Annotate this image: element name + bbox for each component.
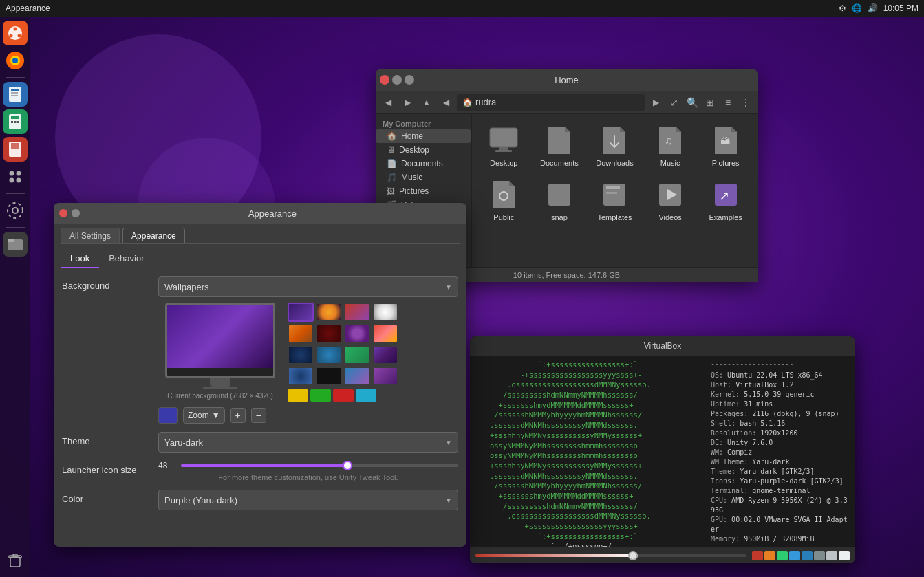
sidebar-item-files[interactable] [3, 232, 28, 257]
fm-sidebar-desktop[interactable]: 🖥 Desktop [376, 143, 471, 157]
bg-thumb-8[interactable] [288, 345, 314, 364]
fm-window-controls [380, 75, 414, 85]
fm-item-documents[interactable]: Documents [533, 120, 586, 171]
term-slider-thumb[interactable] [628, 551, 638, 560]
term-gpu: GPU: 00:02.0 VMware SVGA II Adapter [711, 515, 848, 534]
bg-thumb-6[interactable] [344, 324, 370, 343]
fm-item-examples[interactable]: ↗ Examples [699, 174, 752, 226]
bg-swatch-green[interactable] [310, 389, 331, 402]
bg-thumb-12[interactable] [288, 367, 314, 386]
bg-thumb-5[interactable] [316, 324, 342, 343]
fm-pictures-sidebar-icon: 🖼 [387, 186, 395, 196]
fm-snap-icon [543, 178, 576, 211]
sidebar-item-settings[interactable] [3, 198, 28, 223]
fm-sidebar-music[interactable]: 🎵 Music [376, 171, 471, 184]
sidebar-item-calc[interactable] [3, 109, 28, 134]
ad-subtab-behavior[interactable]: Behavior [99, 250, 153, 268]
tc-green [777, 551, 788, 560]
fm-sidebar-section-header[interactable]: My Computer [376, 118, 471, 129]
bg-thumb-10[interactable] [344, 345, 370, 364]
term-line-11: +ssshhhyNMMNyssssssssssyNMMyssssss+ [477, 461, 704, 471]
fm-sidebar-pictures[interactable]: 🖼 Pictures [376, 184, 471, 198]
bg-zoom-plus[interactable]: + [230, 408, 246, 423]
fm-expand-button[interactable]: ⤢ [667, 95, 682, 110]
ad-content: Background Wallpapers ▼ Current [54, 268, 466, 547]
fm-toolbar: ◀ ▶ ▲ ◀ 🏠 rudra ▶ ⤢ 🔍 ⊞ ≡ ⋮ [376, 91, 758, 114]
svg-rect-10 [11, 95, 18, 96]
fm-sidebar-documents[interactable]: 📄 Documents [376, 157, 471, 171]
bg-thumb-7[interactable] [372, 324, 398, 343]
bg-thumb-3[interactable] [372, 303, 398, 322]
bg-thumb-13[interactable] [316, 367, 342, 386]
fm-item-desktop[interactable]: Desktop [477, 120, 530, 171]
tc-white [839, 551, 850, 560]
ad-minimize-button[interactable] [72, 209, 80, 217]
fm-item-music[interactable]: ♫ Music [644, 120, 697, 171]
bg-swatch-cyan[interactable] [356, 389, 376, 402]
fm-sidebar-home[interactable]: 🏠 Home [376, 129, 471, 143]
fm-item-snap[interactable]: snap [533, 174, 586, 226]
sidebar-item-writer[interactable] [3, 82, 28, 107]
ad-theme-dropdown[interactable]: Yaru-dark ▼ [158, 432, 458, 453]
bg-thumb-1[interactable] [316, 303, 342, 322]
bg-thumb-0[interactable] [288, 303, 314, 322]
term-line-5: +ssssssshmydMMMMMMddMMMMssssss+ [477, 400, 704, 411]
fm-prev-button[interactable]: ◀ [438, 94, 454, 111]
fm-back-button[interactable]: ◀ [380, 94, 396, 111]
bg-monitor-stand [210, 378, 230, 387]
fm-item-pictures[interactable]: 🏔 Pictures [699, 120, 752, 171]
fm-desktop-label: Desktop [490, 159, 517, 167]
fm-maximize-button[interactable] [405, 75, 414, 85]
fm-close-button[interactable] [380, 75, 389, 85]
bg-thumb-11[interactable] [372, 345, 398, 364]
bg-thumb-15[interactable] [372, 367, 398, 386]
bg-thumb-2[interactable] [344, 303, 370, 322]
sidebar-item-ubuntu[interactable] [3, 21, 28, 45]
bg-color-picker[interactable] [158, 407, 178, 424]
bg-thumb-4[interactable] [288, 324, 314, 343]
bg-zoom-dropdown[interactable]: Zoom ▼ [183, 407, 225, 424]
sidebar-item-apps[interactable] [3, 164, 28, 189]
bg-zoom-minus[interactable]: − [251, 408, 266, 423]
sidebar-item-trash[interactable] [3, 548, 28, 573]
ad-tab-appearance[interactable]: Appearance [122, 228, 185, 243]
fm-item-public[interactable]: Public [477, 174, 530, 226]
fm-next-breadcrumb-button[interactable]: ▶ [647, 94, 664, 111]
ad-background-row: Background Wallpapers ▼ Current [62, 276, 458, 424]
fm-item-videos[interactable]: Videos [644, 174, 697, 226]
ad-theme-row: Theme Yaru-dark ▼ [62, 432, 458, 453]
fm-grid-view-button[interactable]: ⊞ [702, 95, 718, 110]
sidebar-item-firefox[interactable] [3, 48, 28, 73]
fm-public-label: Public [493, 213, 514, 221]
fm-examples-label: Examples [709, 213, 742, 221]
fm-forward-button[interactable]: ▶ [399, 94, 416, 111]
ad-subtab-look[interactable]: Look [61, 250, 99, 268]
fm-item-templates[interactable]: Templates [588, 174, 641, 226]
ad-color-row: Color Purple (Yaru-dark) ▼ [62, 490, 458, 510]
fm-up-button[interactable]: ▲ [418, 94, 435, 111]
svg-point-2 [18, 34, 21, 38]
fm-minimize-button[interactable] [392, 75, 402, 85]
term-volume-slider[interactable] [475, 554, 746, 557]
fm-search-button[interactable]: 🔍 [685, 95, 700, 110]
svg-text:🏔: 🏔 [720, 135, 730, 146]
ad-close-button[interactable] [59, 209, 67, 217]
ad-color-dropdown[interactable]: Purple (Yaru-dark) ▼ [158, 490, 458, 510]
term-line-13: /sssssshNMMMyhhyyyyhmNMMMNhssssss/ [477, 481, 704, 491]
svg-point-19 [17, 171, 21, 176]
fm-list-view-button[interactable]: ≡ [720, 95, 735, 110]
bg-color-swatches [288, 389, 398, 402]
clock: 10:05 PM [883, 3, 918, 13]
ad-wallpaper-dropdown[interactable]: Wallpapers ▼ [158, 276, 458, 297]
ad-dropdown-arrow: ▼ [445, 283, 452, 291]
bg-thumb-9[interactable] [316, 345, 342, 364]
fm-item-downloads[interactable]: Downloads [588, 120, 641, 171]
term-line-6: /sssssshNMMMyhhyyyyhmNMMMNhssssss/ [477, 410, 704, 420]
fm-more-button[interactable]: ⋮ [738, 95, 753, 110]
sidebar-item-impress[interactable] [3, 137, 28, 162]
bg-swatch-yellow[interactable] [288, 389, 308, 402]
bg-swatch-red[interactable] [333, 389, 354, 402]
bg-thumb-14[interactable] [344, 367, 370, 386]
ad-tab-all-settings[interactable]: All Settings [61, 228, 120, 243]
launcher-slider-thumb[interactable] [343, 461, 352, 470]
